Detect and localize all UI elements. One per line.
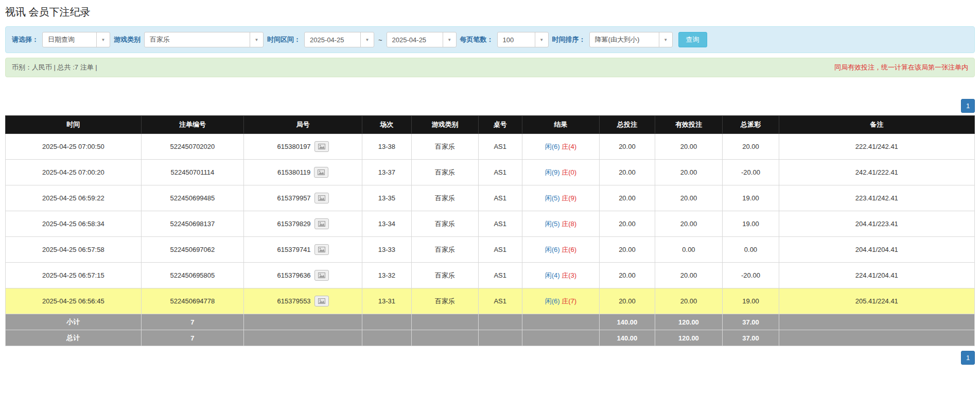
sort-select[interactable]: 降冪(由大到小) ▼ <box>589 32 673 47</box>
round-id-text: 615379829 <box>277 220 311 228</box>
game-type-select[interactable]: 百家乐 ▼ <box>144 32 264 47</box>
cell-note: 223.41/242.41 <box>779 185 974 211</box>
header-time: 时间 <box>6 116 142 134</box>
result-banker: 庄(8) <box>562 220 576 228</box>
cell-note: 204.41/223.41 <box>779 211 974 237</box>
page-button[interactable]: 1 <box>961 351 975 365</box>
cell-table: AS1 <box>478 134 522 160</box>
cell-time: 2025-04-25 06:59:22 <box>6 185 142 211</box>
cell-game-type: 百家乐 <box>411 185 478 211</box>
cell-round-id: 615379741 <box>244 237 362 263</box>
cell-table: AS1 <box>478 263 522 288</box>
chevron-down-icon[interactable]: ▼ <box>360 32 374 47</box>
cell-note: 242.41/222.41 <box>779 160 974 185</box>
table-row: 2025-04-25 06:57:58 522450697062 6153797… <box>6 237 975 263</box>
query-type-select[interactable]: 日期查询 ▼ <box>42 32 110 47</box>
table-row: 2025-04-25 07:00:50 522450702020 6153801… <box>6 134 975 160</box>
result-banker: 庄(0) <box>562 168 576 176</box>
cell-payout: 19.00 <box>723 185 779 211</box>
result-player: 闲(4) <box>545 271 560 279</box>
header-bet-id: 注单编号 <box>141 116 244 134</box>
cell-valid-bet: 20.00 <box>655 134 723 160</box>
cell-note: 224.41/204.41 <box>779 263 974 288</box>
page-size-select[interactable]: 100 ▼ <box>497 32 549 47</box>
cell-valid-bet: 20.00 <box>655 263 723 288</box>
cell-bet-id: 522450702020 <box>141 134 244 160</box>
cell-table: AS1 <box>478 211 522 237</box>
game-record-icon[interactable] <box>314 193 329 203</box>
table-row: 2025-04-25 07:00:20 522450701114 6153801… <box>6 160 975 185</box>
cell-time: 2025-04-25 06:58:34 <box>6 211 142 237</box>
result-player: 闲(6) <box>545 246 560 253</box>
table-body: 2025-04-25 07:00:50 522450702020 6153801… <box>6 134 975 314</box>
cell-bet-id: 522450701114 <box>141 160 244 185</box>
round-id-text: 615380197 <box>277 143 311 150</box>
date-to-select[interactable]: 2025-04-25 ▼ <box>387 32 457 47</box>
chevron-down-icon[interactable]: ▼ <box>535 32 548 47</box>
game-record-icon[interactable] <box>314 244 329 255</box>
cell-bet-id: 522450694778 <box>141 288 244 314</box>
cell-session: 13-34 <box>362 211 411 237</box>
header-game-type: 游戏类别 <box>411 116 478 134</box>
summary-bar: 币别：人民币 | 总共 :7 注单 | 同局有效投注，统一计算在该局第一张注单内 <box>5 58 975 77</box>
cell-payout: 20.00 <box>723 134 779 160</box>
cell-game-type: 百家乐 <box>411 263 478 288</box>
cell-round-id: 615379636 <box>244 263 362 288</box>
cell-total-bet-link[interactable]: 20.00 <box>600 160 655 185</box>
chevron-down-icon[interactable]: ▼ <box>443 32 456 47</box>
cell-note: 204.41/204.41 <box>779 237 974 263</box>
cell-total-bet-link[interactable]: 20.00 <box>600 237 655 263</box>
cell-note: 205.41/224.41 <box>779 288 974 314</box>
range-separator: ~ <box>378 36 383 44</box>
game-record-icon[interactable] <box>314 218 329 229</box>
game-type-value: 百家乐 <box>145 32 250 47</box>
records-table: 时间 注单编号 局号 场次 游戏类别 桌号 结果 总投注 有效投注 总派彩 备注… <box>5 115 975 346</box>
cell-bet-id: 522450698137 <box>141 211 244 237</box>
table-row: 2025-04-25 06:57:15 522450695805 6153796… <box>6 263 975 288</box>
subtotal-valid-bet: 120.00 <box>655 314 723 330</box>
cell-round-id: 615379553 <box>244 288 362 314</box>
cell-total-bet-link[interactable]: 20.00 <box>600 134 655 160</box>
chevron-down-icon[interactable]: ▼ <box>96 32 110 47</box>
total-count: 7 <box>141 330 244 346</box>
cell-table: AS1 <box>478 185 522 211</box>
header-result: 结果 <box>522 116 600 134</box>
date-from-select[interactable]: 2025-04-25 ▼ <box>304 32 374 47</box>
cell-session: 13-32 <box>362 263 411 288</box>
header-valid-bet: 有效投注 <box>655 116 723 134</box>
time-range-label: 时间区间： <box>267 35 301 44</box>
subtotal-label: 小计 <box>6 314 142 330</box>
table-row: 2025-04-25 06:58:34 522450698137 6153798… <box>6 211 975 237</box>
page-button[interactable]: 1 <box>961 99 975 113</box>
cell-result: 闲(5) 庄(8) <box>522 211 600 237</box>
cell-game-type: 百家乐 <box>411 211 478 237</box>
cell-valid-bet: 20.00 <box>655 288 723 314</box>
cell-payout: 19.00 <box>723 288 779 314</box>
chevron-down-icon[interactable]: ▼ <box>250 32 263 47</box>
total-label: 总计 <box>6 330 142 346</box>
header-table: 桌号 <box>478 116 522 134</box>
game-record-icon[interactable] <box>314 141 329 152</box>
game-record-icon[interactable] <box>314 270 329 281</box>
cell-valid-bet: 20.00 <box>655 160 723 185</box>
chevron-down-icon[interactable]: ▼ <box>659 32 672 47</box>
result-player: 闲(5) <box>545 220 560 228</box>
cell-total-bet-link[interactable]: 20.00 <box>600 263 655 288</box>
cell-session: 13-35 <box>362 185 411 211</box>
subtotal-row: 小计 7 140.00 120.00 37.00 <box>6 314 975 330</box>
filter-bar: 请选择： 日期查询 ▼ 游戏类别 百家乐 ▼ 时间区间： 2025-04-25 … <box>5 26 975 53</box>
cell-time: 2025-04-25 06:56:45 <box>6 288 142 314</box>
round-id-text: 615379741 <box>277 246 311 253</box>
game-record-icon[interactable] <box>314 167 328 178</box>
cell-time: 2025-04-25 07:00:20 <box>6 160 142 185</box>
cell-total-bet-link[interactable]: 20.00 <box>600 288 655 314</box>
cell-session: 13-33 <box>362 237 411 263</box>
result-banker: 庄(3) <box>562 271 576 279</box>
search-button[interactable]: 查询 <box>678 32 707 47</box>
result-banker: 庄(7) <box>562 297 576 305</box>
cell-total-bet-link[interactable]: 20.00 <box>600 211 655 237</box>
cell-total-bet-link[interactable]: 20.00 <box>600 185 655 211</box>
game-record-icon[interactable] <box>314 296 329 306</box>
result-banker: 庄(9) <box>562 194 576 202</box>
cell-round-id: 615379829 <box>244 211 362 237</box>
